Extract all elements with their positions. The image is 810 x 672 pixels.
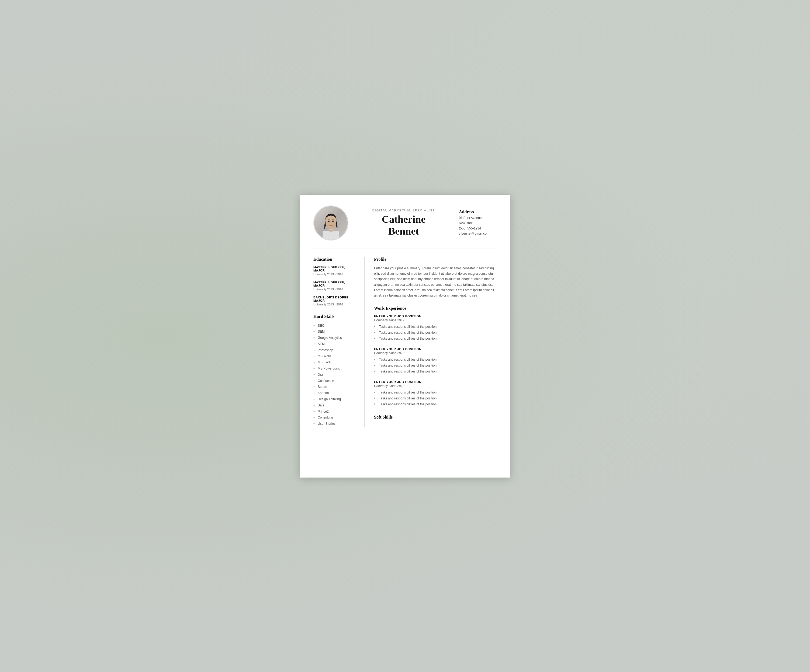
skill-ms-excel: MS Excel (313, 359, 356, 365)
full-name: Catherine Bennet (356, 214, 451, 237)
profile-photo (313, 205, 348, 241)
header-divider (313, 249, 497, 249)
edu-degree-2: MASTER'S DEGREE, MAJOR (313, 281, 356, 287)
resume-header: DIGITAL MARKETING SPECIALIST Catherine B… (300, 195, 510, 249)
tasks-list-1: Tasks and responsibilities of the positi… (374, 324, 500, 342)
company-since-3: Company since 2019 (374, 384, 500, 388)
skill-confluence: Confluence (313, 378, 356, 384)
soft-skills-section: Soft Skills (374, 415, 500, 419)
header-right: Address 01 Park Avenue, New York (555) 5… (459, 210, 497, 236)
education-title: Education (313, 257, 356, 262)
work-experience-title: Work Experience (374, 306, 500, 311)
skill-sem: SEM (313, 328, 356, 335)
left-column: Education MASTER'S DEGREE, MAJOR Univers… (300, 257, 364, 427)
job-position-3: ENTER YOUR JOB POSITION (374, 380, 500, 384)
svg-point-7 (328, 220, 330, 222)
education-section: Education MASTER'S DEGREE, MAJOR Univers… (313, 257, 356, 306)
tasks-list-3: Tasks and responsibilities of the positi… (374, 389, 500, 407)
work-entry-3: ENTER YOUR JOB POSITION Company since 20… (374, 380, 500, 407)
edu-degree-3: BACHELOR'S DEGREE, MAJOR (313, 296, 356, 302)
email: c.bennet@gmail.com (459, 231, 497, 236)
task-1-1: Tasks and responsibilities of the positi… (374, 324, 500, 330)
edu-detail-3: University 2013 - 2016 (313, 303, 356, 306)
task-1-2: Tasks and responsibilities of the positi… (374, 330, 500, 335)
last-name: Bennet (388, 226, 419, 237)
work-entry-1: ENTER YOUR JOB POSITION Company since 20… (374, 315, 500, 342)
company-since-1: Company since 2019 (374, 318, 500, 322)
skill-prince2: Prince2 (313, 409, 356, 415)
work-entry-2: ENTER YOUR JOB POSITION Company since 20… (374, 347, 500, 374)
resume-paper: DIGITAL MARKETING SPECIALIST Catherine B… (300, 195, 510, 478)
hard-skills-section: Hard Skills SEO SEM Google Analytics AEM… (313, 314, 356, 427)
task-3-3: Tasks and responsibilities of the positi… (374, 401, 500, 407)
phone: (555) 555-1234 (459, 226, 497, 231)
hard-skills-list: SEO SEM Google Analytics AEM Photoshop M… (313, 323, 356, 427)
skill-design-thinking: Design Thinking (313, 396, 356, 403)
right-column: Profile Enter here your profile summary.… (364, 257, 510, 427)
hard-skills-title: Hard Skills (313, 314, 356, 319)
skill-kanban: Kanban (313, 390, 356, 396)
skill-jira: Jira (313, 372, 356, 378)
company-since-2: Company since 2019 (374, 351, 500, 355)
work-experience-section: Work Experience ENTER YOUR JOB POSITION … (374, 306, 500, 407)
edu-entry-1: MASTER'S DEGREE, MAJOR University 2013 -… (313, 266, 356, 276)
skill-ms-powerpoint: MS Powerpoint (313, 365, 356, 372)
profile-section: Profile Enter here your profile summary.… (374, 257, 500, 298)
skill-safe: Safe (313, 403, 356, 409)
resume-body: Education MASTER'S DEGREE, MAJOR Univers… (300, 257, 510, 438)
edu-detail-1: University 2013 - 2016 (313, 273, 356, 276)
skill-user-stories: User Stories (313, 421, 356, 427)
header-center: DIGITAL MARKETING SPECIALIST Catherine B… (356, 209, 451, 237)
skill-scrum: Scrum (313, 384, 356, 390)
soft-skills-title: Soft Skills (374, 415, 500, 419)
skill-aem: AEM (313, 341, 356, 347)
svg-point-9 (328, 226, 332, 229)
address-line1: 01 Park Avenue, (459, 216, 497, 221)
edu-detail-2: University 2013 - 2016 (313, 288, 356, 291)
profile-title: Profile (374, 257, 500, 262)
job-position-2: ENTER YOUR JOB POSITION (374, 347, 500, 351)
address-line2: New York (459, 221, 497, 226)
task-1-3: Tasks and responsibilities of the positi… (374, 335, 500, 342)
tasks-list-2: Tasks and responsibilities of the positi… (374, 357, 500, 374)
task-3-2: Tasks and responsibilities of the positi… (374, 396, 500, 401)
svg-rect-4 (322, 231, 339, 239)
skill-google-analytics: Google Analytics (313, 335, 356, 341)
task-3-1: Tasks and responsibilities of the positi… (374, 389, 500, 396)
svg-point-8 (332, 220, 334, 222)
address-label: Address (459, 210, 497, 214)
task-2-2: Tasks and responsibilities of the positi… (374, 362, 500, 369)
skill-seo: SEO (313, 323, 356, 329)
job-title: DIGITAL MARKETING SPECIALIST (356, 209, 451, 212)
edu-entry-3: BACHELOR'S DEGREE, MAJOR University 2013… (313, 296, 356, 306)
first-name: Catherine (382, 214, 426, 225)
skill-consulting: Consulting (313, 414, 356, 421)
task-2-3: Tasks and responsibilities of the positi… (374, 369, 500, 374)
profile-text: Enter here your profile summary. Lorem i… (374, 266, 500, 298)
skill-ms-word: MS Word (313, 353, 356, 359)
job-position-1: ENTER YOUR JOB POSITION (374, 315, 500, 318)
page-wrapper: DIGITAL MARKETING SPECIALIST Catherine B… (5, 195, 805, 478)
edu-degree-1: MASTER'S DEGREE, MAJOR (313, 266, 356, 272)
skill-photoshop: Photoshop (313, 347, 356, 354)
task-2-1: Tasks and responsibilities of the positi… (374, 357, 500, 362)
edu-entry-2: MASTER'S DEGREE, MAJOR University 2013 -… (313, 281, 356, 291)
